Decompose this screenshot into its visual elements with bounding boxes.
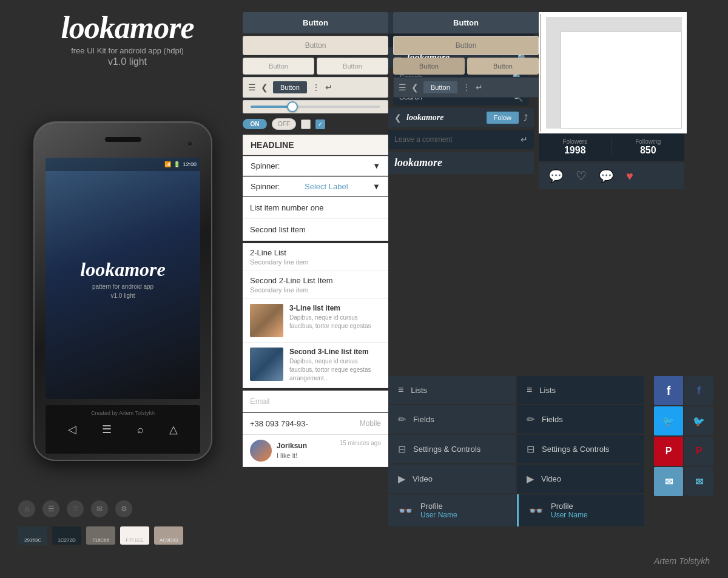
dark-ab-menu-icon-btn[interactable]: ☰ xyxy=(399,82,406,92)
preview-inner xyxy=(561,32,682,129)
menu-video-label-dark: Video xyxy=(541,474,561,483)
list-item-2[interactable]: Second list item xyxy=(243,219,388,241)
profile-item-light[interactable]: 👓 Profile User Name xyxy=(388,494,516,526)
menu-fields-dark[interactable]: ✏ Fields xyxy=(517,405,644,434)
three-line-item-2[interactable]: Second 3-Line list item Dapibus, neque i… xyxy=(243,343,388,388)
comment-icon[interactable]: 💬 xyxy=(548,169,564,183)
menu-fields-label-dark: Fields xyxy=(542,415,563,424)
menu-lists-dark[interactable]: ≡ Lists xyxy=(517,376,644,404)
dark-ab-back-icon-btn[interactable]: ❮ xyxy=(411,82,419,92)
social-section: f f 🐦 🐦 P P ✉ ✉ xyxy=(654,376,715,496)
spinner-2-arrow: ▼ xyxy=(372,182,380,191)
dark-button-outline-1[interactable]: Button xyxy=(393,58,465,75)
bi-4: ✉ xyxy=(91,500,108,517)
dark-follow-back-icon[interactable]: ❮ xyxy=(394,113,402,123)
checkbox-unchecked[interactable] xyxy=(301,119,311,129)
menu-settings-dark[interactable]: ⊟ Settings & Controls xyxy=(517,435,644,463)
list-item-1[interactable]: List item number one xyxy=(243,197,388,219)
dark-button-row-1: Button xyxy=(393,12,539,33)
spinner-1-label: Spinner: xyxy=(251,161,280,170)
slider-container[interactable] xyxy=(243,100,388,113)
dark-button-light-1[interactable]: Button xyxy=(393,36,539,55)
dark-button-dark-1[interactable]: Button xyxy=(393,12,539,33)
profile-item-dark[interactable]: 👓 Profile User Name xyxy=(517,494,644,526)
button-dark-1[interactable]: Button xyxy=(243,12,388,33)
dark-share-icon[interactable]: ⤴ xyxy=(524,113,528,123)
chat-icon[interactable]: 💬 xyxy=(599,169,614,183)
dark-ab-more-icon[interactable]: ⋮ xyxy=(462,82,471,92)
phone-pattern: pattern for android app xyxy=(92,283,153,290)
three-line-item-1[interactable]: 3-Line list item Dapibus, neque id cursu… xyxy=(243,299,388,343)
twitter-button-light[interactable]: 🐦 xyxy=(654,406,683,435)
list-item-1-text: List item number one xyxy=(250,203,323,212)
dark-comment-send-icon[interactable]: ↵ xyxy=(521,135,528,144)
phone-back-icon[interactable]: ◁ xyxy=(68,423,76,436)
menu-video-dark[interactable]: ▶ Video xyxy=(517,465,644,493)
button-outline-2[interactable]: Button xyxy=(317,58,388,75)
button-outline-1[interactable]: Button xyxy=(243,58,314,75)
menu-lists-light[interactable]: ≡ Lists xyxy=(388,376,516,404)
toggle-on[interactable]: ON xyxy=(243,119,267,129)
dark-ab-button[interactable]: Button xyxy=(423,81,457,93)
slider-track xyxy=(251,106,380,108)
checkbox-checked[interactable]: ✓ xyxy=(315,119,325,129)
mail-button-dark[interactable]: ✉ xyxy=(684,467,713,496)
three-line-2-content: Second 3-Line list item Dapibus, neque i… xyxy=(289,348,381,383)
phone-field[interactable]: +38 093 794-93- Mobile xyxy=(243,413,388,435)
swatch-3: 716C66 xyxy=(86,526,115,545)
ab-button[interactable]: Button xyxy=(273,81,307,93)
bi-5: ⚙ xyxy=(115,500,132,517)
spinner-2[interactable]: Spinner: Select Label ▼ xyxy=(243,176,388,197)
like-icon[interactable]: ♡ xyxy=(576,169,587,183)
menu-dark-column: ≡ Lists ✏ Fields ⊟ Settings & Controls ▶… xyxy=(517,376,644,528)
list-item-2-text: Second list item xyxy=(250,225,306,234)
dark-button-outline-2[interactable]: Button xyxy=(467,58,539,75)
phone-menu-icon[interactable]: ☰ xyxy=(102,423,112,436)
comment-item: Joriksun 15 minutes ago I like it! xyxy=(243,435,388,467)
menu-video-icon-dark: ▶ xyxy=(527,473,534,485)
menu-settings-label-light: Settings & Controls xyxy=(413,445,480,454)
phone-type: Mobile xyxy=(360,419,381,428)
three-line-1-desc: Dapibus, neque id cursus faucibus, torto… xyxy=(289,314,381,331)
pinterest-button-dark[interactable]: P xyxy=(684,437,713,466)
facebook-button-light[interactable]: f xyxy=(654,376,683,405)
followers-value: 1998 xyxy=(544,145,607,156)
phone-home-icon[interactable]: △ xyxy=(169,423,178,436)
two-line-item-2[interactable]: Second 2-Line List Item Secondary line i… xyxy=(243,271,388,299)
facebook-button-dark[interactable]: f xyxy=(684,376,713,405)
dark-button-row-3: Button Button xyxy=(393,58,539,75)
ab-enter-icon[interactable]: ↵ xyxy=(325,82,332,92)
spinner-1[interactable]: Spinner: ▼ xyxy=(243,156,388,176)
menu-settings-light[interactable]: ⊟ Settings & Controls xyxy=(388,435,516,463)
ab-more-icon[interactable]: ⋮ xyxy=(312,82,320,92)
two-line-item-1[interactable]: 2-Line List Secondary line item xyxy=(243,243,388,271)
menu-fields-light[interactable]: ✏ Fields xyxy=(388,405,516,434)
profile-username-dark: User Name xyxy=(551,511,588,519)
ab-menu-icon[interactable]: ☰ xyxy=(248,82,256,92)
toggle-off[interactable]: OFF xyxy=(272,118,296,130)
swatch-1: 29353C xyxy=(18,526,47,545)
dark-comment-input[interactable]: Leave a comment ↵ xyxy=(388,130,534,149)
credit-text: Artem Tolstykh xyxy=(654,556,710,566)
mail-button-light[interactable]: ✉ xyxy=(654,467,683,496)
app-version: v1.0 light xyxy=(18,56,237,67)
swatch-label-5: AC9D93 xyxy=(160,537,178,543)
phone-time: 12:00 xyxy=(183,161,197,167)
bottom-icon-row: ⌂ ☰ ♡ ✉ ⚙ xyxy=(18,500,132,517)
ab-back-icon[interactable]: ❮ xyxy=(261,82,268,92)
toggles-row: ON OFF ✓ xyxy=(243,116,388,132)
color-swatches: 29353C 1C272D 716C66 F7F1EE AC9D93 xyxy=(18,526,183,545)
spinner-2-value: Select Label xyxy=(305,182,348,191)
button-light-1[interactable]: Button xyxy=(243,36,388,55)
slider-thumb[interactable] xyxy=(287,101,298,112)
heart-icon[interactable]: ♥ xyxy=(626,169,633,183)
following-value: 850 xyxy=(617,145,680,156)
pinterest-button-light[interactable]: P xyxy=(654,437,683,466)
menu-settings-label-dark: Settings & Controls xyxy=(542,445,609,454)
phone-search-icon[interactable]: ⌕ xyxy=(137,423,144,436)
email-field[interactable]: Email xyxy=(243,391,388,412)
dark-follow-button[interactable]: Folow xyxy=(487,112,519,124)
twitter-button-dark[interactable]: 🐦 xyxy=(684,406,713,435)
dark-ab-enter-icon[interactable]: ↵ xyxy=(476,82,483,92)
menu-video-light[interactable]: ▶ Video xyxy=(388,465,516,493)
